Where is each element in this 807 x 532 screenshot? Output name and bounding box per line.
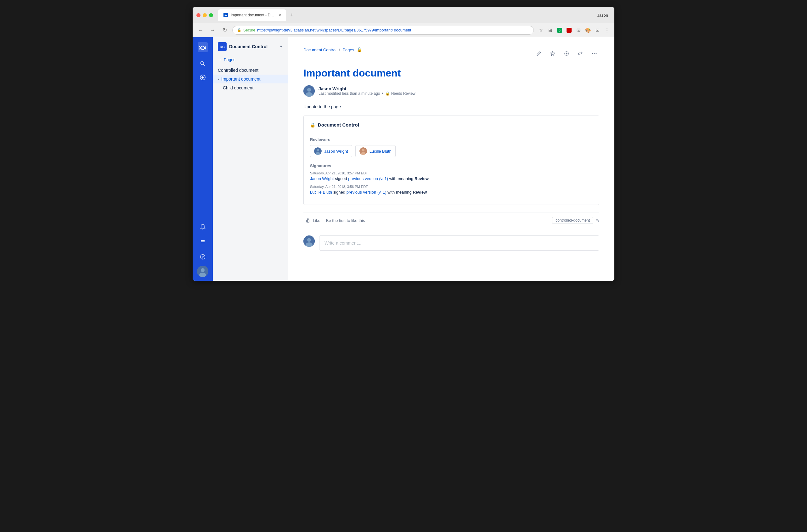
maximize-button[interactable]	[209, 13, 213, 17]
tasks-icon-btn[interactable]	[196, 235, 209, 248]
important-doc-label: Important document	[221, 76, 261, 81]
sig2-date: Saturday, Apr 21, 2018, 3:56 PM EDT	[310, 185, 593, 189]
like-label: Like	[313, 218, 321, 223]
svg-text:DC: DC	[220, 45, 225, 49]
user-avatar-img	[197, 266, 208, 277]
address-bar: ← → ↻ 🔒 Secure https://jpwright-dev3.atl…	[193, 23, 614, 37]
back-button[interactable]: ←	[196, 26, 205, 35]
like-message: Be the first to like this	[326, 218, 365, 223]
main-content: Document Control / Pages 🔓	[288, 37, 614, 281]
needs-review-badge: 🔒 Needs Review	[385, 91, 416, 96]
important-doc-chevron-icon: ▾	[218, 77, 219, 81]
space-chevron-icon[interactable]: ▼	[279, 44, 283, 49]
watch-button[interactable]	[561, 49, 572, 59]
ext1-icon[interactable]: G	[556, 26, 563, 34]
like-button[interactable]: Like	[303, 216, 323, 224]
star-button[interactable]	[547, 49, 558, 59]
reviewer-chip-lucille[interactable]: Lucille Bluth	[356, 145, 396, 157]
active-tab[interactable]: Important document - Docume ×	[218, 10, 286, 21]
sidebar-bottom: ?	[196, 220, 209, 277]
reviewers-row: Jason Wright Lucille Bluth	[310, 145, 593, 157]
page-title: Important document	[303, 68, 599, 79]
sig1-with-meaning: with meaning	[389, 176, 415, 181]
ext2-icon[interactable]: T	[565, 26, 573, 34]
browser-window: Important document - Docume × + Jason ← …	[193, 7, 614, 281]
tag-chip: controlled-document	[552, 217, 593, 224]
sig1-line: Jason Wright signed previous version (v.…	[310, 176, 593, 181]
breadcrumb: Document Control / Pages 🔓	[303, 47, 362, 52]
sidebar-item-child[interactable]: Child document	[213, 83, 288, 92]
svg-text:☁: ☁	[577, 29, 580, 32]
sig2-action: signed	[333, 190, 347, 194]
create-icon-btn[interactable]	[196, 71, 209, 84]
dc-box-header: 🔒 Document Control	[310, 122, 593, 132]
svg-text:G: G	[558, 29, 560, 32]
dc-box: 🔒 Document Control Reviewers Jason Wrigh…	[303, 116, 599, 205]
notifications-icon-btn[interactable]	[196, 220, 209, 233]
reload-button[interactable]: ↻	[220, 26, 229, 35]
controlled-doc-label: Controlled document	[218, 68, 258, 73]
pages-back-link[interactable]: ← Pages	[213, 56, 288, 66]
reviewer-name-lucille: Lucille Bluth	[369, 149, 391, 154]
space-header: DC Document Control ▼	[213, 42, 288, 56]
edit-button[interactable]	[534, 49, 544, 59]
extensions-icon[interactable]: ⊞	[546, 26, 554, 34]
close-button[interactable]	[196, 13, 200, 17]
tab-area: Important document - Docume × +	[218, 10, 595, 21]
ext3-icon[interactable]: ☁	[575, 26, 582, 34]
status-text: Needs Review	[391, 91, 416, 96]
space-icon: DC	[218, 42, 227, 51]
author-avatar	[303, 85, 315, 97]
sig1-date: Saturday, Apr 21, 2018, 3:57 PM EDT	[310, 171, 593, 175]
like-row: Like Be the first to like this controlle…	[303, 212, 599, 228]
help-icon-btn[interactable]: ?	[196, 251, 209, 263]
meta-separator: •	[382, 91, 383, 96]
tab-favicon	[223, 13, 228, 18]
breadcrumb-pages[interactable]: Pages	[342, 48, 354, 52]
sig1-signer-link[interactable]: Jason Wright	[310, 176, 334, 181]
title-bar: Important document - Docume × + Jason	[193, 7, 614, 23]
author-row: Jason Wright Last modified less than a m…	[303, 85, 599, 97]
minimize-button[interactable]	[203, 13, 207, 17]
sig2-line: Lucille Bluth signed previous version (v…	[310, 190, 593, 194]
new-tab-button[interactable]: +	[287, 11, 296, 20]
svg-point-25	[566, 53, 568, 55]
tag-edit-icon[interactable]: ✎	[596, 218, 599, 223]
svg-point-26	[592, 53, 593, 54]
sig2-signer-link[interactable]: Lucille Bluth	[310, 190, 332, 194]
comment-input[interactable]: Write a comment...	[319, 235, 599, 251]
color-picker-icon[interactable]: 🎨	[584, 26, 592, 34]
sig2-version-link[interactable]: previous version (v. 1)	[347, 190, 386, 194]
search-icon-btn[interactable]	[196, 57, 209, 70]
tab-close-icon[interactable]: ×	[278, 13, 281, 18]
sidebar-item-controlled[interactable]: Controlled document	[213, 66, 288, 75]
app-layout: ? DC Document Control ▼ ← Pages	[193, 37, 614, 281]
dc-box-title: Document Control	[318, 122, 359, 128]
url-bar[interactable]: 🔒 Secure https://jpwright-dev3.atlassian…	[232, 26, 534, 35]
svg-line-9	[204, 64, 205, 66]
forward-button[interactable]: →	[208, 26, 217, 35]
breadcrumb-space[interactable]: Document Control	[303, 48, 337, 52]
reviewer-chip-jason[interactable]: Jason Wright	[310, 145, 352, 157]
sidebar-item-important[interactable]: ▾ Important document	[213, 75, 288, 83]
sig1-meaning: Review	[415, 176, 429, 181]
user-avatar[interactable]	[197, 266, 208, 277]
bookmark-icon[interactable]: ☆	[537, 26, 544, 34]
more-icon[interactable]: ⋮	[603, 26, 611, 34]
child-doc-label: Child document	[223, 85, 253, 90]
breadcrumb-row: Document Control / Pages 🔓	[303, 47, 599, 60]
svg-point-28	[596, 53, 597, 54]
icon-sidebar: ?	[193, 37, 213, 281]
confluence-logo[interactable]	[196, 41, 209, 54]
puzzle-icon[interactable]: ⊡	[594, 26, 601, 34]
svg-point-27	[594, 53, 595, 54]
share-button[interactable]	[575, 49, 585, 59]
page-actions	[534, 49, 599, 59]
browser-toolbar: ☆ ⊞ G T ☁ 🎨 ⊡ ⋮	[537, 26, 611, 34]
more-actions-button[interactable]	[589, 49, 599, 59]
svg-point-19	[201, 268, 205, 272]
sig1-version-link[interactable]: previous version (v. 1)	[348, 176, 388, 181]
breadcrumb-separator: /	[339, 48, 340, 52]
reviewer-name-jason: Jason Wright	[324, 149, 348, 154]
svg-point-36	[362, 149, 364, 151]
